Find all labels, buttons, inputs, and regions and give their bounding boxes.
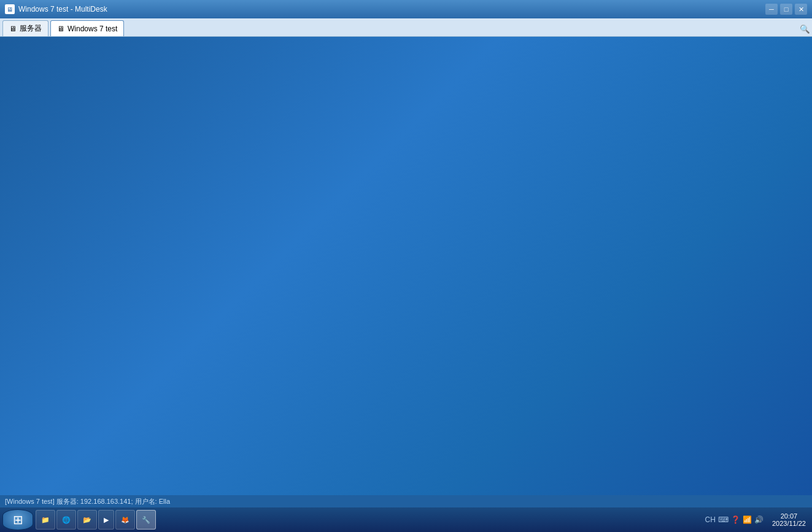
tab-server[interactable]: 🖥 服务器 xyxy=(2,20,48,36)
desktop: 🖥 Windows 7 test - MultiDesk ─ □ ✕ 🖥 服务器… xyxy=(0,0,812,532)
taskbar-app-icon-1: 🌐 xyxy=(62,516,71,524)
clock-time: 20:07 xyxy=(781,512,798,520)
server-tab-label: 服务器 xyxy=(20,23,42,34)
taskbar-app-icon-0: 📁 xyxy=(41,516,50,524)
sys-icon-kb: ⌨ xyxy=(718,515,729,524)
taskbar-app-firefox[interactable]: 🦊 xyxy=(115,510,135,530)
taskbar-app-folder[interactable]: 📂 xyxy=(77,510,97,530)
server-tab-icon: 🖥 xyxy=(9,25,17,33)
taskbar-sys-tray: CH ⌨ ❓ 📶 🔊 xyxy=(700,515,768,524)
search-button[interactable]: 🔍 xyxy=(797,21,812,36)
start-icon: ⊞ xyxy=(13,512,23,527)
taskbar-clock[interactable]: 20:07 2023/11/22 xyxy=(768,512,810,527)
status-bar: [Windows 7 test] 服务器: 192.168.163.141; 用… xyxy=(0,495,812,507)
close-button[interactable]: ✕ xyxy=(795,4,807,15)
clock-date: 2023/11/22 xyxy=(772,520,806,527)
taskbar: ⊞ 📁 🌐 📂 ▶ 🦊 🔧 CH ⌨ ❓ xyxy=(0,507,812,532)
taskbar-apps: 📁 🌐 📂 ▶ 🦊 🔧 xyxy=(36,510,700,530)
taskbar-app-icon-3: ▶ xyxy=(104,516,109,524)
minimize-button[interactable]: ─ xyxy=(765,4,778,15)
taskbar-app-media[interactable]: ▶ xyxy=(98,510,114,530)
sys-icon-volume[interactable]: 🔊 xyxy=(754,515,764,524)
multidesk-title: Windows 7 test - MultiDesk xyxy=(18,5,765,13)
win7-tab-icon: 🖥 xyxy=(57,25,64,33)
status-text: [Windows 7 test] 服务器: 192.168.163.141; 用… xyxy=(5,497,170,506)
sys-icon-lang[interactable]: CH xyxy=(705,515,716,524)
taskbar-app-icon-2: 📂 xyxy=(83,516,91,524)
tab-bar: 🖥 服务器 🖥 Windows 7 test 🔍 xyxy=(0,18,812,37)
taskbar-app-explorer[interactable]: 📁 xyxy=(36,510,55,530)
taskbar-app-icon-4: 🦊 xyxy=(121,516,130,524)
multidesk-icon: 🖥 xyxy=(5,4,15,14)
maximize-button[interactable]: □ xyxy=(780,4,792,15)
taskbar-app-multidesk[interactable]: 🔧 xyxy=(136,510,156,530)
window-controls: ─ □ ✕ xyxy=(765,4,807,15)
start-button[interactable]: ⊞ xyxy=(2,509,33,530)
taskbar-app-ie[interactable]: 🌐 xyxy=(56,510,76,530)
sys-icon-help[interactable]: ❓ xyxy=(731,515,740,524)
sys-icon-network[interactable]: 📶 xyxy=(743,515,752,524)
tab-win7test[interactable]: 🖥 Windows 7 test xyxy=(50,20,124,36)
taskbar-app-icon-5: 🔧 xyxy=(142,516,150,524)
win7-tab-label: Windows 7 test xyxy=(68,25,117,33)
multidesk-titlebar: 🖥 Windows 7 test - MultiDesk ─ □ ✕ xyxy=(0,0,812,18)
